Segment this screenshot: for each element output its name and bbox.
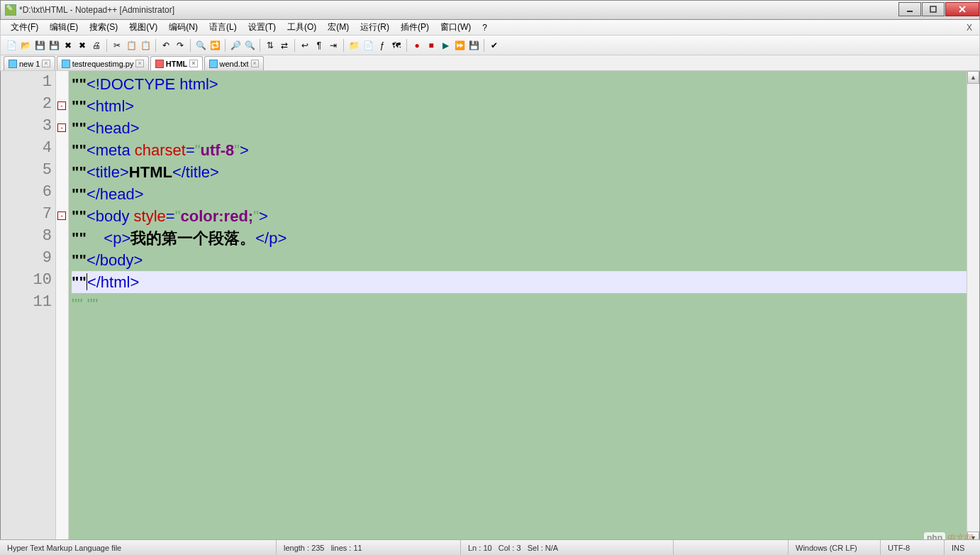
code-line-1[interactable]: ""<!DOCTYPE html> — [72, 73, 967, 95]
menu-item-2[interactable]: 搜索(S) — [84, 19, 123, 35]
paste-icon[interactable]: 📋 — [139, 39, 152, 52]
zoom-out-icon[interactable]: 🔍 — [243, 39, 256, 52]
tab-2[interactable]: HTML× — [150, 56, 203, 70]
code-line-11[interactable]: "" "" — [72, 293, 967, 315]
menu-item-12[interactable]: ? — [477, 21, 493, 35]
menu-item-4[interactable]: 编码(N) — [163, 19, 204, 35]
menu-item-11[interactable]: 窗口(W) — [435, 19, 477, 35]
code-line-5[interactable]: ""<title>HTML</title> — [72, 161, 967, 183]
status-col: Col : 3 — [499, 544, 521, 552]
scroll-up-icon[interactable]: ▲ — [967, 71, 979, 84]
menubar-close-x[interactable]: X — [967, 23, 979, 33]
code-line-2[interactable]: ""<html> — [72, 95, 967, 117]
code-line-7[interactable]: ""<body style="color:red;"> — [72, 205, 967, 227]
replace-icon[interactable]: 🔁 — [208, 39, 221, 52]
code-token: <html> — [87, 97, 134, 115]
fold-toggle-icon[interactable]: - — [57, 211, 66, 220]
code-token: "" "" — [72, 295, 98, 313]
menu-item-6[interactable]: 设置(T) — [243, 19, 282, 35]
app-icon — [5, 4, 16, 16]
function-icon[interactable]: ƒ — [376, 39, 389, 52]
sync-h-icon[interactable]: ⇄ — [278, 39, 291, 52]
cut-icon[interactable]: ✂ — [111, 39, 123, 52]
code-line-4[interactable]: ""<meta charset="utf-8"> — [72, 139, 967, 161]
doc-map-icon[interactable]: 🗺 — [390, 39, 403, 52]
tab-label: HTML — [166, 60, 188, 68]
redo-icon[interactable]: ↷ — [174, 39, 186, 52]
tab-close-icon[interactable]: × — [189, 60, 197, 67]
play-icon[interactable]: ▶ — [439, 39, 452, 52]
menu-item-10[interactable]: 插件(P) — [395, 19, 435, 35]
menu-item-7[interactable]: 工具(O) — [282, 19, 322, 35]
toolbar-separator — [225, 39, 225, 52]
file-saved-icon — [9, 60, 17, 68]
fold-toggle-icon[interactable]: - — [57, 123, 66, 132]
stop-icon[interactable]: ■ — [425, 39, 438, 52]
file-saved-icon — [62, 60, 70, 68]
tab-close-icon[interactable]: × — [42, 60, 50, 67]
play-multi-icon[interactable]: ⏩ — [453, 39, 466, 52]
fold-toggle-icon[interactable]: - — [57, 101, 66, 110]
menu-item-1[interactable]: 编辑(E) — [44, 19, 84, 35]
minimize-button[interactable] — [898, 2, 921, 16]
new-file-icon[interactable]: 📄 — [5, 39, 18, 52]
save-macro-icon[interactable]: 💾 — [467, 39, 480, 52]
undo-icon[interactable]: ↶ — [160, 39, 172, 52]
code-line-8[interactable]: "" <p>我的第一个段落。</p> — [72, 227, 967, 249]
status-encoding[interactable]: UTF-8 — [881, 540, 945, 555]
toolbar-separator — [294, 39, 295, 52]
tab-label: wend.txt — [220, 60, 249, 68]
spellcheck-icon[interactable]: ✔ — [488, 39, 501, 52]
zoom-in-icon[interactable]: 🔎 — [229, 39, 242, 52]
tab-close-icon[interactable]: × — [251, 60, 259, 67]
code-token: <!DOCTYPE html> — [87, 75, 218, 93]
code-token: <p> — [104, 229, 130, 247]
menu-item-3[interactable]: 视图(V) — [123, 19, 163, 35]
line-number: 3 — [1, 117, 52, 135]
close-button[interactable] — [945, 2, 979, 16]
status-eol[interactable]: Windows (CR LF) — [789, 540, 881, 555]
status-ins[interactable]: INS — [945, 540, 980, 555]
menubar: 文件(F)编辑(E)搜索(S)视图(V)编码(N)语言(L)设置(T)工具(O)… — [0, 20, 980, 35]
tab-close-icon[interactable]: × — [135, 60, 143, 67]
folder-icon[interactable]: 📁 — [347, 39, 360, 52]
statusbar: Hyper Text Markup Language file length :… — [0, 539, 980, 555]
code-token: style — [134, 207, 166, 225]
close-all-icon[interactable]: ✖ — [76, 39, 89, 52]
menu-item-5[interactable]: 语言(L) — [204, 19, 243, 35]
code-token: = — [166, 207, 175, 225]
code-token: charset — [135, 141, 186, 159]
code-token: </html> — [87, 273, 139, 291]
status-ln: Ln : 10 — [468, 544, 492, 552]
tab-1[interactable]: testrequestimg.py× — [57, 56, 149, 70]
sync-v-icon[interactable]: ⇅ — [264, 39, 277, 52]
code-line-6[interactable]: ""</head> — [72, 183, 967, 205]
code-line-10[interactable]: ""</html> — [72, 271, 967, 293]
toolbar-separator — [484, 39, 484, 52]
tab-0[interactable]: new 1× — [4, 56, 55, 70]
code-token: <title> — [87, 163, 129, 181]
copy-icon[interactable]: 📋 — [125, 39, 138, 52]
tab-3[interactable]: wend.txt× — [204, 56, 264, 70]
editor: 1234567891011 --- ""<!DOCTYPE html>""<ht… — [0, 71, 980, 555]
code-area[interactable]: ""<!DOCTYPE html>""<html>""<head>""<meta… — [69, 71, 967, 544]
print-icon[interactable]: 🖨 — [90, 39, 103, 52]
save-all-icon[interactable]: 💾 — [48, 39, 60, 52]
menu-item-8[interactable]: 宏(M) — [322, 19, 355, 35]
wrap-icon[interactable]: ↩ — [299, 39, 311, 52]
code-line-3[interactable]: ""<head> — [72, 117, 967, 139]
maximize-button[interactable] — [922, 2, 945, 16]
all-chars-icon[interactable]: ¶ — [313, 39, 325, 52]
vertical-scrollbar[interactable]: ▲ ▼ — [967, 71, 979, 544]
open-icon[interactable]: 📂 — [19, 39, 32, 52]
code-line-9[interactable]: ""</body> — [72, 249, 967, 271]
record-icon[interactable]: ● — [411, 39, 423, 52]
menu-item-0[interactable]: 文件(F) — [5, 19, 44, 35]
doc-icon[interactable]: 📄 — [362, 39, 374, 52]
indent-icon[interactable]: ⇥ — [327, 39, 340, 52]
save-icon[interactable]: 💾 — [33, 39, 46, 52]
menu-item-9[interactable]: 运行(R) — [355, 19, 395, 35]
find-icon[interactable]: 🔍 — [194, 39, 207, 52]
close-icon[interactable]: ✖ — [62, 39, 74, 52]
line-number: 2 — [1, 95, 52, 113]
